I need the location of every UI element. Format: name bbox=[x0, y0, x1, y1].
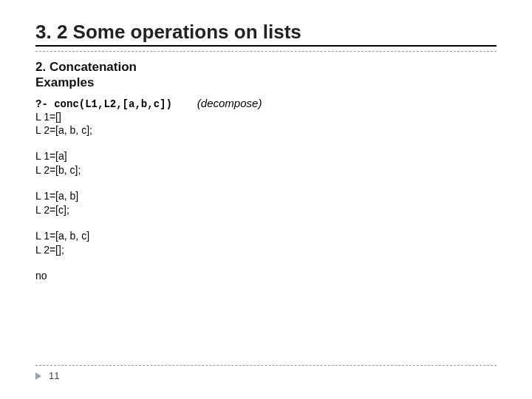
page-title: 3. 2 Some operations on lists bbox=[35, 21, 497, 47]
page-number: 11 bbox=[49, 370, 59, 381]
subhead-block: 2. Concatenation Examples bbox=[35, 59, 497, 91]
result-l2: L 2=[a, b, c]; bbox=[35, 123, 497, 137]
query-row: ?- conc(L1,L2,[a,b,c]) (decompose) bbox=[35, 97, 497, 110]
result-terminal: no bbox=[35, 269, 497, 283]
result-block-0: L 1=[] L 2=[a, b, c]; bbox=[35, 110, 497, 138]
result-l2: L 2=[c]; bbox=[35, 203, 497, 217]
result-block-2: L 1=[a, b] L 2=[c]; bbox=[35, 189, 497, 217]
footer: 11 bbox=[35, 365, 497, 381]
query-code: ?- conc(L1,L2,[a,b,c]) bbox=[35, 98, 172, 110]
subhead-line-1: 2. Concatenation bbox=[35, 59, 497, 75]
slide: 3. 2 Some operations on lists 2. Concate… bbox=[0, 0, 532, 399]
result-l1: L 1=[] bbox=[35, 110, 497, 124]
result-l1: L 1=[a, b] bbox=[35, 189, 497, 203]
result-block-1: L 1=[a] L 2=[b, c]; bbox=[35, 149, 497, 177]
result-l1: L 1=[a, b, c] bbox=[35, 229, 497, 243]
result-l2: L 2=[]; bbox=[35, 243, 497, 257]
result-block-3: L 1=[a, b, c] L 2=[]; bbox=[35, 229, 497, 257]
result-l2: L 2=[b, c]; bbox=[35, 163, 497, 177]
subhead-line-2: Examples bbox=[35, 75, 497, 90]
divider-bottom bbox=[35, 365, 497, 366]
page-arrow-icon bbox=[35, 372, 41, 380]
result-l1: L 1=[a] bbox=[35, 149, 497, 163]
divider-top bbox=[35, 51, 497, 52]
query-annotation: (decompose) bbox=[197, 97, 262, 109]
